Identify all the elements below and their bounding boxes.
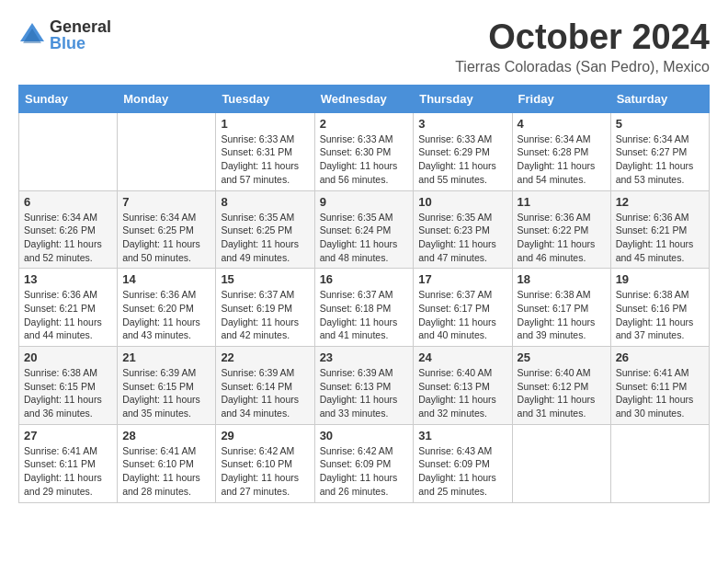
- calendar-cell: 12Sunrise: 6:36 AM Sunset: 6:21 PM Dayli…: [610, 190, 709, 269]
- day-info: Sunrise: 6:40 AM Sunset: 6:13 PM Dayligh…: [418, 366, 506, 420]
- day-number: 15: [221, 272, 309, 286]
- day-info: Sunrise: 6:34 AM Sunset: 6:28 PM Dayligh…: [518, 132, 606, 187]
- calendar-cell: [19, 112, 118, 190]
- day-number: 7: [122, 195, 210, 209]
- day-number: 12: [616, 195, 704, 209]
- day-number: 17: [418, 272, 506, 286]
- calendar-cell: 15Sunrise: 6:37 AM Sunset: 6:19 PM Dayli…: [216, 269, 314, 347]
- day-info: Sunrise: 6:42 AM Sunset: 6:10 PM Dayligh…: [221, 444, 309, 499]
- day-info: Sunrise: 6:40 AM Sunset: 6:12 PM Dayligh…: [518, 366, 606, 420]
- day-info: Sunrise: 6:34 AM Sunset: 6:25 PM Dayligh…: [122, 211, 210, 265]
- day-number: 21: [122, 350, 210, 364]
- calendar-day-header: Wednesday: [314, 85, 414, 112]
- calendar-cell: 4Sunrise: 6:34 AM Sunset: 6:28 PM Daylig…: [512, 112, 610, 190]
- day-info: Sunrise: 6:37 AM Sunset: 6:19 PM Dayligh…: [221, 288, 309, 342]
- calendar-day-header: Sunday: [19, 85, 118, 112]
- calendar-cell: 27Sunrise: 6:41 AM Sunset: 6:11 PM Dayli…: [19, 424, 118, 502]
- calendar-day-header: Friday: [512, 85, 610, 112]
- day-info: Sunrise: 6:34 AM Sunset: 6:27 PM Dayligh…: [616, 132, 704, 187]
- calendar-cell: 10Sunrise: 6:35 AM Sunset: 6:23 PM Dayli…: [414, 190, 512, 269]
- day-info: Sunrise: 6:39 AM Sunset: 6:13 PM Dayligh…: [320, 366, 409, 420]
- day-info: Sunrise: 6:33 AM Sunset: 6:29 PM Dayligh…: [418, 132, 506, 187]
- calendar-cell: 5Sunrise: 6:34 AM Sunset: 6:27 PM Daylig…: [610, 112, 709, 190]
- day-number: 8: [221, 195, 309, 209]
- day-number: 4: [518, 117, 606, 131]
- day-info: Sunrise: 6:41 AM Sunset: 6:10 PM Dayligh…: [122, 444, 210, 499]
- day-number: 20: [24, 350, 112, 364]
- day-info: Sunrise: 6:33 AM Sunset: 6:31 PM Dayligh…: [221, 132, 309, 187]
- calendar-cell: 6Sunrise: 6:34 AM Sunset: 6:26 PM Daylig…: [19, 190, 118, 269]
- title-block: October 2024 Tierras Coloradas (San Pedr…: [455, 18, 710, 75]
- day-number: 24: [418, 350, 506, 364]
- day-info: Sunrise: 6:36 AM Sunset: 6:20 PM Dayligh…: [122, 288, 210, 342]
- calendar-table: SundayMondayTuesdayWednesdayThursdayFrid…: [18, 85, 710, 503]
- calendar-cell: [118, 112, 216, 190]
- calendar-cell: 22Sunrise: 6:39 AM Sunset: 6:14 PM Dayli…: [216, 347, 314, 425]
- day-info: Sunrise: 6:34 AM Sunset: 6:26 PM Dayligh…: [24, 211, 112, 265]
- day-number: 28: [122, 429, 210, 442]
- day-info: Sunrise: 6:41 AM Sunset: 6:11 PM Dayligh…: [24, 444, 112, 499]
- calendar-cell: 9Sunrise: 6:35 AM Sunset: 6:24 PM Daylig…: [314, 190, 414, 269]
- calendar-day-header: Monday: [118, 85, 216, 112]
- calendar-cell: 21Sunrise: 6:39 AM Sunset: 6:15 PM Dayli…: [118, 347, 216, 425]
- day-number: 6: [24, 195, 112, 209]
- day-info: Sunrise: 6:36 AM Sunset: 6:21 PM Dayligh…: [24, 288, 112, 342]
- day-info: Sunrise: 6:37 AM Sunset: 6:18 PM Dayligh…: [320, 288, 409, 342]
- day-info: Sunrise: 6:36 AM Sunset: 6:21 PM Dayligh…: [616, 211, 704, 265]
- calendar-day-header: Saturday: [610, 85, 709, 112]
- day-info: Sunrise: 6:35 AM Sunset: 6:23 PM Dayligh…: [418, 211, 506, 265]
- day-number: 1: [221, 117, 309, 131]
- calendar-cell: 29Sunrise: 6:42 AM Sunset: 6:10 PM Dayli…: [216, 424, 314, 502]
- calendar-cell: 13Sunrise: 6:36 AM Sunset: 6:21 PM Dayli…: [19, 269, 118, 347]
- calendar-day-header: Tuesday: [216, 85, 314, 112]
- day-number: 29: [221, 429, 309, 442]
- day-info: Sunrise: 6:33 AM Sunset: 6:30 PM Dayligh…: [320, 132, 409, 187]
- calendar-cell: 24Sunrise: 6:40 AM Sunset: 6:13 PM Dayli…: [414, 347, 512, 425]
- day-number: 2: [320, 117, 409, 131]
- calendar-cell: 25Sunrise: 6:40 AM Sunset: 6:12 PM Dayli…: [512, 347, 610, 425]
- calendar-cell: [512, 424, 610, 502]
- day-number: 16: [320, 272, 409, 286]
- logo-blue-text: Blue: [50, 35, 111, 52]
- calendar-week-row: 1Sunrise: 6:33 AM Sunset: 6:31 PM Daylig…: [19, 112, 710, 190]
- calendar-cell: 17Sunrise: 6:37 AM Sunset: 6:17 PM Dayli…: [414, 269, 512, 347]
- day-info: Sunrise: 6:35 AM Sunset: 6:25 PM Dayligh…: [221, 211, 309, 265]
- day-number: 31: [418, 429, 506, 442]
- day-number: 30: [320, 429, 409, 442]
- day-number: 5: [616, 117, 704, 131]
- day-info: Sunrise: 6:35 AM Sunset: 6:24 PM Dayligh…: [320, 211, 409, 265]
- day-number: 10: [418, 195, 506, 209]
- calendar-header-row: SundayMondayTuesdayWednesdayThursdayFrid…: [19, 85, 710, 112]
- calendar-cell: 23Sunrise: 6:39 AM Sunset: 6:13 PM Dayli…: [314, 347, 414, 425]
- calendar-cell: 18Sunrise: 6:38 AM Sunset: 6:17 PM Dayli…: [512, 269, 610, 347]
- calendar-day-header: Thursday: [414, 85, 512, 112]
- calendar-week-row: 20Sunrise: 6:38 AM Sunset: 6:15 PM Dayli…: [19, 347, 710, 425]
- day-info: Sunrise: 6:41 AM Sunset: 6:11 PM Dayligh…: [616, 366, 704, 420]
- logo-text: General Blue: [50, 18, 111, 52]
- calendar-cell: 19Sunrise: 6:38 AM Sunset: 6:16 PM Dayli…: [610, 269, 709, 347]
- day-number: 26: [616, 350, 704, 364]
- day-number: 27: [24, 429, 112, 442]
- day-info: Sunrise: 6:38 AM Sunset: 6:15 PM Dayligh…: [24, 366, 112, 420]
- calendar-week-row: 13Sunrise: 6:36 AM Sunset: 6:21 PM Dayli…: [19, 269, 710, 347]
- calendar-cell: 1Sunrise: 6:33 AM Sunset: 6:31 PM Daylig…: [216, 112, 314, 190]
- calendar-cell: 11Sunrise: 6:36 AM Sunset: 6:22 PM Dayli…: [512, 190, 610, 269]
- page-header: General Blue October 2024 Tierras Colora…: [18, 18, 710, 75]
- calendar-cell: 2Sunrise: 6:33 AM Sunset: 6:30 PM Daylig…: [314, 112, 414, 190]
- day-number: 9: [320, 195, 409, 209]
- calendar-cell: 7Sunrise: 6:34 AM Sunset: 6:25 PM Daylig…: [118, 190, 216, 269]
- day-number: 25: [518, 350, 606, 364]
- calendar-cell: 3Sunrise: 6:33 AM Sunset: 6:29 PM Daylig…: [414, 112, 512, 190]
- calendar-header: SundayMondayTuesdayWednesdayThursdayFrid…: [19, 85, 710, 112]
- day-number: 18: [518, 272, 606, 286]
- month-title: October 2024: [455, 18, 710, 57]
- calendar-cell: 8Sunrise: 6:35 AM Sunset: 6:25 PM Daylig…: [216, 190, 314, 269]
- day-number: 11: [518, 195, 606, 209]
- calendar-cell: 20Sunrise: 6:38 AM Sunset: 6:15 PM Dayli…: [19, 347, 118, 425]
- day-number: 13: [24, 272, 112, 286]
- day-number: 22: [221, 350, 309, 364]
- calendar-week-row: 27Sunrise: 6:41 AM Sunset: 6:11 PM Dayli…: [19, 424, 710, 502]
- calendar-cell: 31Sunrise: 6:43 AM Sunset: 6:09 PM Dayli…: [414, 424, 512, 502]
- calendar-cell: 14Sunrise: 6:36 AM Sunset: 6:20 PM Dayli…: [118, 269, 216, 347]
- location-title: Tierras Coloradas (San Pedro), Mexico: [455, 59, 710, 75]
